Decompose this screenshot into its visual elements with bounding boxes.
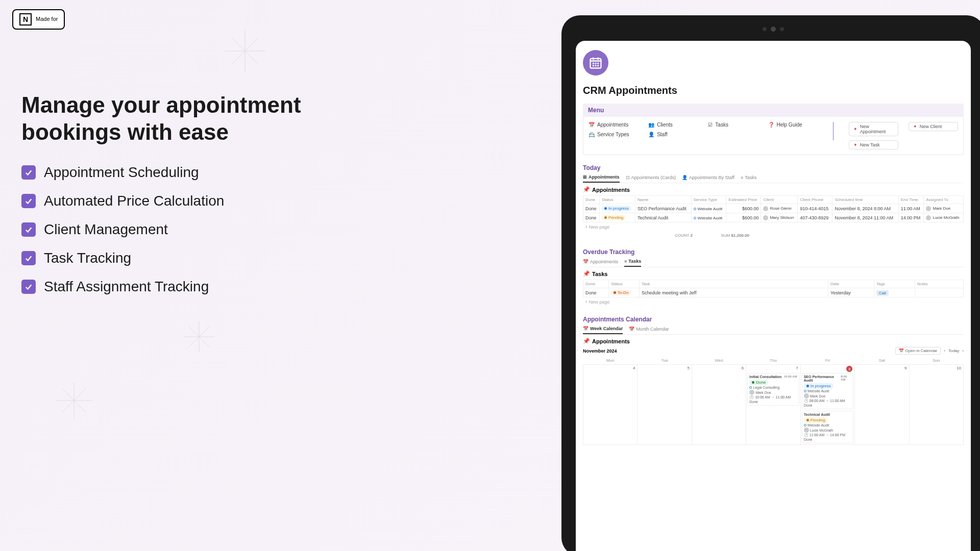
calendar-event[interactable]: Technical AuditPendingWebsite AuditLucie… bbox=[802, 411, 853, 443]
new-button[interactable]: ✦New Client bbox=[909, 122, 958, 131]
feature-item: Task Tracking bbox=[21, 250, 307, 266]
sparkle-icon bbox=[56, 383, 92, 418]
col-header: Client Phone bbox=[798, 196, 832, 204]
camera-icon bbox=[780, 27, 784, 31]
tab[interactable]: 📅Month Calendar bbox=[629, 326, 669, 334]
menu-item-icon: 👥 bbox=[648, 122, 654, 128]
col-header: Status bbox=[599, 196, 635, 204]
camera-icon bbox=[763, 27, 767, 31]
calendar-event[interactable]: Initial Consultation10:00 AMDoneLegal Co… bbox=[747, 373, 799, 406]
new-page-button[interactable]: + New page bbox=[583, 222, 964, 232]
col-header: Estimated Price bbox=[726, 196, 761, 204]
tablet-mockup: CRM Appointments Menu 📅Appointments📇Serv… bbox=[561, 15, 980, 551]
check-icon bbox=[21, 280, 36, 294]
tab-icon: ≡ bbox=[741, 175, 743, 180]
check-icon bbox=[21, 194, 36, 208]
menu-item[interactable]: 📅Appointments bbox=[589, 122, 638, 128]
pin-icon: 📌 bbox=[583, 270, 590, 277]
pin-icon: 📌 bbox=[583, 186, 590, 193]
camera-icon bbox=[771, 27, 776, 32]
badge-top-text: Made for bbox=[36, 16, 58, 22]
tab-icon: 📅 bbox=[629, 327, 634, 332]
tab[interactable]: 📅Week Calendar bbox=[583, 326, 623, 334]
tab-icon: ⊡ bbox=[626, 175, 630, 180]
svg-point-4 bbox=[593, 63, 594, 64]
hero-title: Manage your appointment bookings with ea… bbox=[21, 92, 307, 146]
sparkle-icon bbox=[225, 31, 265, 71]
menu-item-icon: 📅 bbox=[589, 122, 595, 128]
tab[interactable]: ⊡Appointments (Cards) bbox=[626, 174, 676, 183]
col-header: Done bbox=[583, 280, 609, 288]
tab[interactable]: 👤Appointments By Staff bbox=[682, 174, 734, 183]
col-header: Client bbox=[761, 196, 798, 204]
svg-point-8 bbox=[595, 65, 596, 66]
today-section-header: Today bbox=[583, 164, 964, 171]
made-for-notion-badge: N Made for bbox=[12, 9, 65, 30]
plus-icon: ✦ bbox=[913, 124, 917, 129]
table-row[interactable]: DoneIn progressSEO Performance AuditWebs… bbox=[583, 204, 964, 213]
calendar-app-icon bbox=[583, 50, 608, 76]
tab[interactable]: ≡Tasks bbox=[624, 259, 641, 267]
menu-item[interactable]: 👥Clients bbox=[648, 122, 698, 128]
calendar-day[interactable]: 7Initial Consultation10:00 AMDoneLegal C… bbox=[746, 365, 800, 445]
next-week-button[interactable]: › bbox=[962, 348, 964, 353]
col-header: Scheduled time bbox=[832, 196, 898, 204]
menu-item[interactable]: ☑Tasks bbox=[708, 122, 757, 128]
svg-point-9 bbox=[598, 65, 598, 66]
menu-item[interactable]: ❓Help Guide bbox=[768, 122, 818, 128]
col-header: Date bbox=[828, 280, 874, 288]
plus-icon: ✦ bbox=[853, 142, 857, 147]
sparkle-icon bbox=[184, 321, 214, 352]
col-header: Assigned To bbox=[924, 196, 964, 204]
col-header: Notes bbox=[915, 280, 963, 288]
db-title: Appointments bbox=[592, 338, 630, 344]
feature-item: Client Management bbox=[21, 221, 307, 238]
tab[interactable]: ≡Tasks bbox=[741, 174, 756, 183]
calendar-section-header: Appointments Calendar bbox=[583, 316, 964, 323]
prev-week-button[interactable]: ‹ bbox=[944, 348, 945, 353]
col-header: Name bbox=[635, 196, 691, 204]
tab[interactable]: 📅Appointments bbox=[583, 259, 618, 267]
col-header: Task bbox=[640, 280, 828, 288]
tab-icon: 📅 bbox=[583, 326, 589, 331]
calendar-day[interactable]: 6 bbox=[692, 365, 746, 445]
svg-point-7 bbox=[593, 65, 594, 66]
db-title: Appointments bbox=[592, 187, 630, 193]
notion-logo-icon: N bbox=[19, 13, 32, 26]
today-button[interactable]: Today bbox=[948, 348, 959, 353]
calendar-month: November 2024 bbox=[583, 348, 617, 354]
menu-item-icon: ☑ bbox=[708, 122, 713, 128]
check-icon bbox=[21, 165, 36, 180]
new-page-button[interactable]: + New page bbox=[583, 297, 964, 307]
feature-item: Appointment Scheduling bbox=[21, 164, 307, 181]
feature-item: Staff Assignment Tracking bbox=[21, 279, 307, 295]
calendar-day[interactable]: 5 bbox=[638, 365, 692, 445]
calendar-day[interactable]: 4 bbox=[583, 365, 638, 445]
menu-item[interactable]: 👤Staff bbox=[648, 132, 698, 137]
db-title: Tasks bbox=[592, 271, 607, 277]
calendar-day[interactable]: 9 bbox=[855, 365, 909, 445]
col-header: Service Type bbox=[691, 196, 726, 204]
menu-item-icon: 📇 bbox=[589, 132, 595, 137]
menu-section-header: Menu bbox=[583, 104, 964, 117]
calendar-day[interactable]: 8SEO Performance Audit8:00 AMIn progress… bbox=[800, 365, 854, 445]
menu-item[interactable]: 📇Service Types bbox=[589, 132, 638, 137]
col-header: Status bbox=[609, 280, 640, 288]
svg-point-6 bbox=[598, 63, 598, 64]
open-in-calendar-button[interactable]: 📅Open in Calendar bbox=[895, 347, 941, 355]
plus-icon: ✦ bbox=[853, 127, 857, 132]
menu-item-icon: ❓ bbox=[768, 122, 774, 128]
today-badge: 8 bbox=[846, 366, 852, 372]
calendar-event[interactable]: SEO Performance Audit8:00 AMIn progressW… bbox=[802, 373, 853, 409]
tab[interactable]: ⊞Appointments bbox=[583, 174, 620, 183]
overdue-section-header: Overdue Tracking bbox=[583, 248, 964, 256]
table-row[interactable]: DonePendingTechnical AuditWebsite Audit$… bbox=[583, 213, 964, 222]
col-header: End Time bbox=[898, 196, 924, 204]
col-header: Done bbox=[583, 196, 600, 204]
calendar-day[interactable]: 10 bbox=[909, 365, 963, 445]
new-button[interactable]: ✦New Appointment bbox=[849, 122, 898, 136]
table-row[interactable]: DoneTo-DoSchedule meeting with JeffYeste… bbox=[583, 288, 964, 297]
svg-point-5 bbox=[595, 63, 596, 64]
new-button[interactable]: ✦New Task bbox=[849, 140, 898, 149]
check-icon bbox=[21, 251, 36, 265]
